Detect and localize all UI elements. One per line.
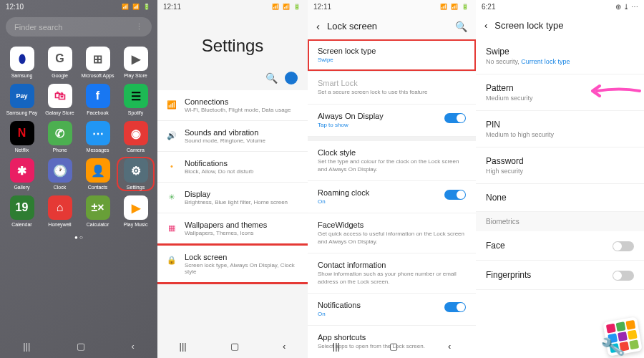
item-sub: Get quick access to useful information o…	[318, 231, 466, 246]
setting-notifications[interactable]: •NotificationsBlock, Allow, Do not distu…	[157, 152, 308, 183]
more-icon[interactable]: ⋮	[135, 22, 143, 32]
status-time: 12:10	[6, 3, 24, 11]
app-label: Samsung Pay	[6, 110, 38, 115]
app-clock[interactable]: 🕐Clock	[42, 158, 77, 190]
status-icons: 📶 📶 🔋	[440, 4, 470, 10]
app-icon: f	[86, 84, 110, 108]
recents-button[interactable]: |||	[180, 341, 187, 352]
lock-option-password[interactable]: Password High security	[476, 147, 644, 184]
item-sub: Tap to show	[318, 122, 466, 129]
app-icon: ✆	[48, 121, 72, 145]
lock-option-pin[interactable]: PIN Medium to high security	[476, 111, 644, 147]
nav-bar: ||| ▢ ‹	[308, 334, 476, 358]
lock-setting-facewidgets[interactable]: FaceWidgetsGet quick access to useful in…	[308, 213, 476, 253]
biometric-fingerprints[interactable]: Fingerprints	[476, 261, 644, 290]
settings-list: 📶ConnectionsWi-Fi, Bluetooth, Flight mod…	[157, 90, 308, 284]
app-label: Calendar	[11, 222, 31, 227]
toggle[interactable]	[444, 113, 466, 123]
lock-setting-always-on-display[interactable]: Always On DisplayTap to show	[308, 105, 476, 137]
app-galaxy-store[interactable]: 🛍Galaxy Store	[42, 84, 77, 115]
setting-sub: Block, Allow, Do not disturb	[185, 168, 299, 175]
lock-setting-smart-lock[interactable]: Smart LockSet a secure screen lock to us…	[308, 72, 476, 104]
back-button[interactable]: ‹	[131, 341, 134, 352]
header-title: Lock screen	[327, 21, 377, 32]
lock-setting-screen-lock-type[interactable]: Screen lock typeSwipe	[308, 39, 476, 72]
app-google[interactable]: GGoogle	[42, 47, 77, 78]
app-contacts[interactable]: 👤Contacts	[80, 158, 115, 190]
biometrics-header: Biometrics	[476, 212, 644, 231]
setting-display[interactable]: ☀DisplayBrightness, Blue light filter, H…	[157, 183, 308, 213]
item-title: Notifications	[318, 301, 466, 309]
lock-sub: Medium to high security	[486, 131, 634, 138]
app-messages[interactable]: ⋯Messages	[80, 121, 115, 153]
status-time: 12:11	[313, 3, 331, 11]
app-settings[interactable]: ⚙Settings	[118, 158, 153, 190]
bio-label: Face	[486, 241, 505, 251]
app-label: Facebook	[87, 110, 109, 115]
settings-panel: 12:11 📶 📶 🔋 Settings 🔍 👤 📶ConnectionsWi-…	[157, 0, 308, 358]
app-label: Microsoft Apps	[82, 73, 114, 78]
lock-option-swipe[interactable]: Swipe No security, Current lock type	[476, 38, 644, 74]
app-samsung[interactable]: ⬮Samsung	[4, 47, 39, 78]
settings-search-row: 🔍 👤	[157, 72, 308, 90]
lock-title: None	[486, 193, 634, 203]
app-icon: ⬮	[10, 47, 34, 71]
app-netflix[interactable]: NNetflix	[4, 121, 39, 153]
back-button[interactable]: ‹	[283, 341, 286, 352]
item-title: Smart Lock	[318, 79, 466, 87]
watermark-logo: 🔧	[602, 316, 643, 357]
setting-title: Lock screen	[185, 253, 299, 261]
status-time: 6:21	[482, 3, 495, 11]
app-gallery[interactable]: ✱Gallery	[4, 158, 39, 190]
setting-icon: ☀	[166, 191, 177, 203]
app-icon: ✱	[10, 158, 34, 183]
app-camera[interactable]: ◉Camera	[118, 121, 153, 153]
setting-wallpapers-and-themes[interactable]: ▦Wallpapers and themesWallpapers, Themes…	[157, 213, 308, 246]
app-calendar[interactable]: 19Calendar	[4, 195, 39, 227]
app-play-music[interactable]: ▶Play Music	[118, 195, 153, 227]
app-samsung-pay[interactable]: PaySamsung Pay	[4, 84, 39, 115]
home-button[interactable]: ▢	[230, 341, 239, 352]
item-title: FaceWidgets	[318, 221, 466, 229]
setting-connections[interactable]: 📶ConnectionsWi-Fi, Bluetooth, Flight mod…	[157, 90, 308, 121]
lock-setting-roaming-clock[interactable]: Roaming clockOn	[308, 181, 476, 213]
app-icon: ◉	[124, 121, 148, 145]
app-honeywell[interactable]: ⌂Honeywell	[42, 195, 77, 227]
recents-button[interactable]: |||	[333, 341, 340, 352]
app-phone[interactable]: ✆Phone	[42, 121, 77, 153]
lock-setting-notifications[interactable]: NotificationsOn	[308, 294, 476, 326]
back-icon[interactable]: ‹	[484, 20, 487, 31]
setting-title: Connections	[185, 97, 299, 106]
setting-icon: •	[166, 160, 177, 172]
app-facebook[interactable]: fFacebook	[80, 84, 115, 115]
search-icon[interactable]: 🔍	[455, 21, 467, 32]
app-spotify[interactable]: ☰Spotify	[118, 84, 153, 115]
app-icon: ⌂	[48, 195, 72, 220]
app-icon: ▶	[124, 195, 148, 220]
app-microsoft-apps[interactable]: ⊞Microsoft Apps	[80, 47, 115, 78]
lock-option-none[interactable]: None	[476, 184, 644, 212]
app-icon: 🕐	[48, 158, 72, 183]
back-icon[interactable]: ‹	[316, 20, 320, 32]
setting-lock-screen[interactable]: 🔒Lock screenScreen lock type, Always On …	[157, 246, 308, 284]
nav-bar: ||| ▢ ‹	[0, 334, 157, 358]
app-calculator[interactable]: ±×Calculator	[80, 195, 115, 227]
setting-sounds-and-vibration[interactable]: 🔊Sounds and vibrationSound mode, Rington…	[157, 121, 308, 152]
lock-setting-clock-style[interactable]: Clock styleSet the type and colour for t…	[308, 141, 476, 181]
recents-button[interactable]: |||	[23, 341, 30, 352]
setting-title: Wallpapers and themes	[185, 221, 299, 229]
biometric-face[interactable]: Face	[476, 231, 644, 261]
toggle[interactable]	[444, 302, 466, 312]
account-avatar[interactable]: 👤	[285, 72, 298, 84]
app-icon: ▶	[124, 47, 148, 71]
home-button[interactable]: ▢	[389, 341, 398, 352]
back-button[interactable]: ‹	[448, 341, 451, 352]
search-icon[interactable]: 🔍	[265, 72, 278, 84]
app-play-store[interactable]: ▶Play Store	[118, 47, 153, 78]
face-toggle[interactable]	[613, 241, 634, 251]
lock-setting-contact-information[interactable]: Contact informationShow information such…	[308, 253, 476, 294]
fingerprints-toggle[interactable]	[613, 271, 634, 281]
home-button[interactable]: ▢	[77, 341, 85, 352]
finder-search[interactable]: Finder search ⋮	[6, 17, 152, 37]
toggle[interactable]	[444, 190, 466, 200]
